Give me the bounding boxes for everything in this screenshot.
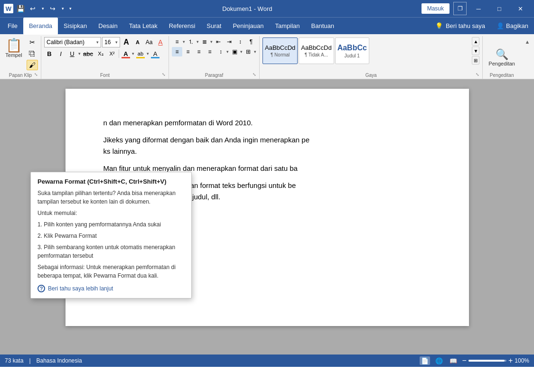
italic-button[interactable]: I — [56, 48, 66, 59]
zoom-slider-fill — [468, 360, 505, 362]
shading-button[interactable]: ▣ — [229, 47, 240, 56]
align-left-button[interactable]: ≡ — [172, 47, 182, 56]
clipboard-expand-button[interactable]: ⤡ — [34, 72, 40, 78]
menu-referensi[interactable]: Referensi — [163, 18, 201, 35]
paste-label: Tempel — [5, 52, 22, 58]
line-spacing-button[interactable]: ↕ — [215, 47, 226, 56]
justify-button[interactable]: ≡ — [205, 47, 215, 56]
border-button[interactable]: ⊞ — [243, 47, 253, 56]
undo-dropdown-button[interactable]: ▾ — [40, 3, 46, 14]
bullets-button[interactable]: ≡ — [172, 37, 182, 47]
numbering-dropdown[interactable]: ▾ — [197, 39, 199, 44]
menu-tampilan[interactable]: Tampilan — [270, 18, 306, 35]
redo-dropdown-button[interactable]: ▾ — [60, 3, 66, 14]
zoom-slider[interactable] — [468, 360, 506, 362]
styles-expand-button[interactable]: ⊞ — [472, 56, 479, 65]
undo-button[interactable]: ↩ — [28, 3, 38, 14]
zoom-out-button[interactable]: − — [462, 356, 467, 365]
restore-button[interactable]: ❐ — [453, 2, 467, 15]
font-name-value: Calibri (Badan) — [47, 39, 84, 46]
align-center-button[interactable]: ≡ — [183, 47, 193, 56]
align-right-button[interactable]: ≡ — [194, 47, 204, 56]
bold-button[interactable]: B — [44, 48, 55, 59]
close-button[interactable]: ✕ — [510, 0, 530, 17]
web-view-button[interactable]: 🌐 — [434, 356, 444, 365]
format-painter-button[interactable]: 🖌 — [27, 60, 38, 70]
sort-button[interactable]: ↕ — [235, 37, 245, 47]
menu-bantuan[interactable]: Bantuan — [306, 18, 340, 35]
style-normal-text: AaBbCcDd — [265, 44, 295, 51]
menu-desain[interactable]: Desain — [93, 18, 123, 35]
border-dropdown[interactable]: ▾ — [254, 49, 256, 54]
menu-surat[interactable]: Surat — [201, 18, 227, 35]
language-indicator: Bahasa Indonesia — [37, 357, 82, 364]
ribbon: 📋 Tempel ✂ ⿻ 🖌 Papan Klip ⤡ Calibri (Bad… — [0, 34, 534, 79]
para-row1: ≡ ▾ ⒈ ▾ ≣ ▾ ⇤ ⇥ ↕ ¶ — [172, 37, 256, 47]
shading-dropdown[interactable]: ▾ — [240, 49, 243, 54]
redo-button[interactable]: ↪ — [47, 3, 58, 14]
styles-expand-btn2[interactable]: ⤡ — [476, 72, 481, 78]
font-size-selector[interactable]: 16 ▾ — [102, 37, 120, 47]
multilevel-button[interactable]: ≣ — [199, 37, 210, 47]
menu-sisipkan[interactable]: Sisipkan — [58, 18, 93, 35]
menu-file[interactable]: File — [2, 18, 23, 35]
title-bar: W 💾 ↩ ▾ ↪ ▾ ▾ Dokumen1 - Word Masuk ❐ ─ … — [0, 0, 534, 17]
font-color-button[interactable]: A — [121, 48, 131, 59]
sign-in-button[interactable]: Masuk — [422, 3, 450, 14]
ribbon-collapse-button[interactable]: ▲ — [523, 38, 532, 46]
menu-beranda[interactable]: Beranda — [23, 18, 58, 35]
copy-button[interactable]: ⿻ — [27, 48, 38, 59]
tooltip-body: Suka tampilan pilihan tertentu? Anda bis… — [37, 189, 185, 280]
style-no-spacing[interactable]: AaBbCcDd ¶ Tidak A... — [299, 37, 334, 64]
highlight-button[interactable]: ab — [135, 48, 146, 59]
font-name-dropdown-arrow: ▾ — [96, 40, 99, 45]
bullets-dropdown[interactable]: ▾ — [183, 39, 185, 44]
line-spacing-dropdown[interactable]: ▾ — [226, 49, 229, 54]
document-area[interactable]: n dan menerapkan pemformatan di Word 201… — [0, 79, 534, 355]
customize-qat-button[interactable]: ▾ — [67, 3, 73, 14]
font-color-dropdown-arrow[interactable]: ▾ — [132, 51, 134, 56]
font-shrink-button[interactable]: A — [132, 37, 143, 47]
zoom-in-button[interactable]: + — [508, 356, 513, 365]
highlight-dropdown-arrow[interactable]: ▾ — [147, 51, 149, 56]
tooltip-link-text: Beri tahu saya lebih lanjut — [48, 285, 113, 292]
underline-dropdown-arrow[interactable]: ▾ — [78, 51, 81, 56]
font-expand-button[interactable]: ⤡ — [162, 72, 168, 78]
minimize-button[interactable]: ─ — [468, 0, 488, 17]
font-grow-button[interactable]: A — [121, 37, 131, 47]
save-button[interactable]: 💾 — [15, 3, 26, 14]
menu-peninjauan[interactable]: Peninjauan — [227, 18, 269, 35]
text-effects-icon: A — [153, 50, 158, 57]
font-name-selector[interactable]: Calibri (Badan) ▾ — [44, 37, 101, 47]
styles-scroll-up[interactable]: ▲ — [472, 37, 479, 46]
read-view-button[interactable]: 📖 — [448, 356, 459, 365]
status-bar: 73 kata | Bahasa Indonesia 📄 🌐 📖 − + 100… — [0, 355, 534, 367]
style-no-spacing-text: AaBbCcDd — [301, 44, 331, 51]
style-heading1[interactable]: AaBbCc Judul 1 — [335, 37, 369, 64]
tell-me-button[interactable]: 💡 Beri tahu saya — [431, 20, 489, 31]
tooltip-learn-more-link[interactable]: ? Beri tahu saya lebih lanjut — [37, 285, 185, 292]
multilevel-dropdown[interactable]: ▾ — [210, 39, 213, 44]
paste-button[interactable]: 📋 Tempel — [3, 37, 25, 60]
show-formatting-button[interactable]: ¶ — [246, 37, 256, 47]
numbering-button[interactable]: ⒈ — [186, 37, 196, 47]
underline-button[interactable]: U — [67, 48, 77, 59]
menu-tata-letak[interactable]: Tata Letak — [123, 18, 163, 35]
print-layout-view-button[interactable]: 📄 — [420, 356, 430, 365]
share-button[interactable]: 👤 Bagikan — [493, 20, 532, 31]
paragraph-expand-button[interactable]: ⤡ — [253, 72, 258, 78]
decrease-indent-button[interactable]: ⇤ — [213, 37, 224, 47]
font-case-button[interactable]: Aa — [144, 37, 154, 47]
maximize-button[interactable]: □ — [489, 0, 509, 17]
text-effects-button[interactable]: A — [150, 48, 160, 59]
clear-formatting-button[interactable]: A — [155, 37, 166, 47]
strikethrough-button[interactable]: abc — [82, 48, 94, 59]
increase-indent-button[interactable]: ⇥ — [224, 37, 234, 47]
zoom-area: − + 100% — [462, 356, 529, 365]
subscript-button[interactable]: X₂ — [95, 48, 106, 59]
superscript-button[interactable]: X² — [107, 48, 117, 59]
cut-button[interactable]: ✂ — [27, 37, 38, 47]
editing-button[interactable]: 🔍 Pengeditan — [487, 37, 517, 78]
styles-scroll-down[interactable]: ▼ — [472, 47, 479, 55]
style-normal[interactable]: AaBbCcDd ¶ Normal — [262, 37, 298, 64]
